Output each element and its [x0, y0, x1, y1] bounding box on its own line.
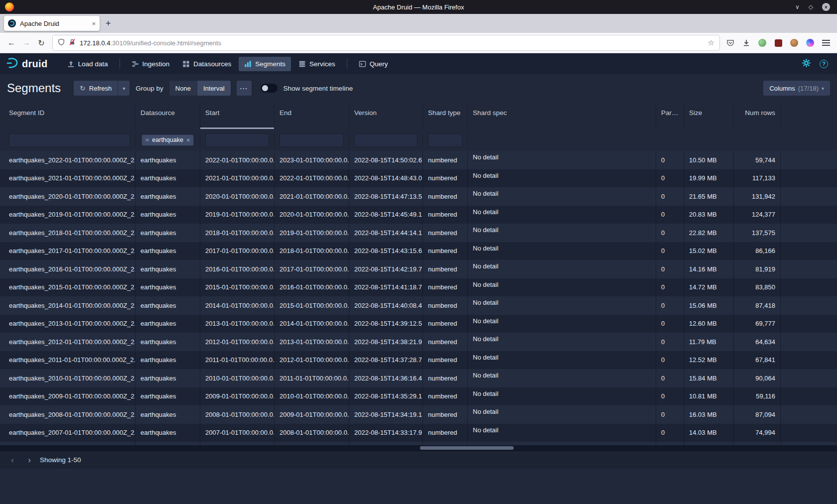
nav-query[interactable]: Query: [353, 57, 394, 71]
cell-shard_type: numbered: [423, 187, 468, 206]
close-icon[interactable]: ×: [822, 3, 830, 11]
table-row[interactable]: earthquakes_2013-01-01T00:00:00.000Z_2..…: [0, 315, 837, 333]
more-options-button[interactable]: ···: [237, 81, 252, 96]
table-row[interactable]: earthquakes_2008-01-01T00:00:00.000Z_2..…: [0, 405, 837, 424]
cell-shard_spec: No detail: [468, 405, 656, 424]
reload-button[interactable]: ↻: [34, 35, 49, 50]
next-page-button[interactable]: ›: [23, 454, 36, 467]
cell-num_rows: 67,841: [734, 351, 781, 370]
cell-shard_type: numbered: [423, 260, 468, 278]
menu-icon[interactable]: [819, 36, 833, 50]
scrollbar-thumb[interactable]: [420, 446, 514, 450]
start-filter-input[interactable]: [205, 133, 269, 147]
extension-icon-1[interactable]: [755, 36, 769, 50]
table-row[interactable]: earthquakes_2016-01-01T00:00:00.000Z_2..…: [0, 260, 837, 278]
cell-num_rows: 137,575: [734, 224, 781, 242]
druid-brand[interactable]: druid: [6, 57, 48, 71]
col-header-datasource[interactable]: Datasource: [136, 102, 200, 129]
table-row[interactable]: earthquakes_2019-01-01T00:00:00.000Z_2..…: [0, 206, 837, 224]
refresh-button[interactable]: ↻ Refresh: [74, 81, 118, 96]
segment-timeline-toggle[interactable]: [261, 84, 278, 93]
cell-num_rows: 90,064: [734, 369, 781, 387]
nav-ingestion-label: Ingestion: [142, 60, 170, 68]
ingestion-icon: [132, 60, 139, 68]
table-row[interactable]: earthquakes_2022-01-01T00:00:00.000Z_2..…: [0, 151, 837, 169]
extension-icon-2[interactable]: [771, 36, 785, 50]
table-row[interactable]: earthquakes_2007-01-01T00:00:00.000Z_2..…: [0, 424, 837, 442]
tracking-shield-icon[interactable]: [58, 38, 65, 48]
table-row[interactable]: earthquakes_2014-01-01T00:00:00.000Z_2..…: [0, 296, 837, 315]
minimize-icon[interactable]: ∨: [795, 4, 800, 10]
col-header-start[interactable]: Start: [200, 102, 275, 129]
extension-icon-3[interactable]: [787, 36, 801, 50]
chevron-down-icon: ▾: [123, 86, 125, 91]
table-row[interactable]: earthquakes_2006-01-01T00:00:00.000Z_2..…: [0, 442, 837, 445]
columns-label: Columns: [769, 85, 795, 92]
table-row[interactable]: earthquakes_2009-01-01T00:00:00.000Z_2..…: [0, 387, 837, 406]
table-row[interactable]: earthquakes_2015-01-01T00:00:00.000Z_2..…: [0, 278, 837, 297]
insecure-lock-icon[interactable]: [69, 38, 76, 48]
nav-services-label: Services: [309, 60, 335, 68]
help-icon[interactable]: ?: [820, 60, 828, 68]
refresh-dropdown-button[interactable]: ▾: [118, 81, 130, 96]
nav-datasources[interactable]: Datasources: [177, 57, 237, 71]
version-filter-input[interactable]: [354, 133, 418, 147]
settings-gear-icon[interactable]: [802, 59, 811, 69]
group-by-interval-button[interactable]: Interval: [197, 81, 231, 96]
shard-type-filter-input[interactable]: [428, 133, 462, 147]
cell-filler: [781, 224, 837, 242]
col-header-num-rows[interactable]: Num rows: [734, 102, 781, 129]
table-row[interactable]: earthquakes_2011-01-01T00:00:00.000Z_2..…: [0, 351, 837, 370]
pocket-save-icon[interactable]: [723, 36, 737, 50]
cell-filler: [781, 405, 837, 424]
segment-id-filter-input[interactable]: [9, 133, 130, 147]
col-header-partition[interactable]: Partiti...: [656, 102, 684, 129]
nav-segments[interactable]: Segments: [239, 57, 291, 71]
cell-datasource: earthquakes: [136, 169, 200, 188]
col-header-shard-type[interactable]: Shard type: [423, 102, 468, 129]
bookmark-star-icon[interactable]: ☆: [708, 38, 714, 47]
extension-icon-4[interactable]: [803, 36, 817, 50]
showing-label: Showing 1-50: [40, 456, 81, 464]
prev-page-button[interactable]: ‹: [6, 454, 19, 467]
chip-remove-icon[interactable]: ×: [186, 136, 190, 144]
table-row[interactable]: earthquakes_2018-01-01T00:00:00.000Z_2..…: [0, 224, 837, 242]
cell-shard_spec: No detail: [468, 206, 656, 224]
new-tab-button[interactable]: +: [106, 18, 111, 29]
back-button[interactable]: ←: [4, 35, 19, 50]
downloads-icon[interactable]: [739, 36, 753, 50]
col-header-size[interactable]: Size: [684, 102, 734, 129]
url-bar[interactable]: 172.18.0.4:30109/unified-console.html#se…: [53, 35, 719, 50]
cell-version: 2022-08-15T14:...: [349, 442, 423, 445]
end-filter-input[interactable]: [279, 133, 344, 147]
page-background: [0, 469, 837, 504]
table-row[interactable]: earthquakes_2012-01-01T00:00:00.000Z_2..…: [0, 333, 837, 351]
table-row[interactable]: earthquakes_2021-01-01T00:00:00.000Z_2..…: [0, 169, 837, 188]
col-header-segment-id[interactable]: Segment ID: [0, 102, 136, 129]
horizontal-scrollbar[interactable]: [0, 445, 837, 451]
columns-button[interactable]: Columns (17/18) ▾: [763, 81, 830, 96]
table-row[interactable]: earthquakes_2010-01-01T00:00:00.000Z_2..…: [0, 369, 837, 387]
datasource-filter-chip[interactable]: = earthquake ×: [142, 135, 193, 145]
nav-services[interactable]: Services: [293, 57, 341, 71]
cell-filler: [781, 169, 837, 188]
datasources-icon: [182, 60, 190, 68]
datasource-filter-input[interactable]: = earthquake ×: [140, 133, 195, 147]
col-header-version[interactable]: Version: [349, 102, 423, 129]
table-row[interactable]: earthquakes_2020-01-01T00:00:00.000Z_2..…: [0, 187, 837, 206]
url-text[interactable]: 172.18.0.4:30109/unified-console.html#se…: [80, 39, 704, 47]
cell-datasource: earthquakes: [136, 333, 200, 351]
browser-tab[interactable]: Apache Druid ×: [4, 16, 100, 31]
col-header-end[interactable]: End: [275, 102, 349, 129]
cell-size: 19.99 MB: [684, 169, 734, 188]
columns-count: (17/18): [798, 85, 819, 92]
nav-ingestion[interactable]: Ingestion: [126, 57, 175, 71]
col-header-shard-spec[interactable]: Shard spec: [468, 102, 656, 129]
nav-load-data[interactable]: Load data: [62, 57, 114, 71]
group-by-none-button[interactable]: None: [169, 81, 197, 96]
table-row[interactable]: earthquakes_2017-01-01T00:00:00.000Z_2..…: [0, 242, 837, 260]
tab-close-icon[interactable]: ×: [92, 20, 96, 27]
cell-id: earthquakes_2009-01-01T00:00:00.000Z_2..…: [0, 387, 136, 406]
forward-button[interactable]: →: [19, 35, 34, 50]
restore-icon[interactable]: ◇: [809, 4, 813, 10]
